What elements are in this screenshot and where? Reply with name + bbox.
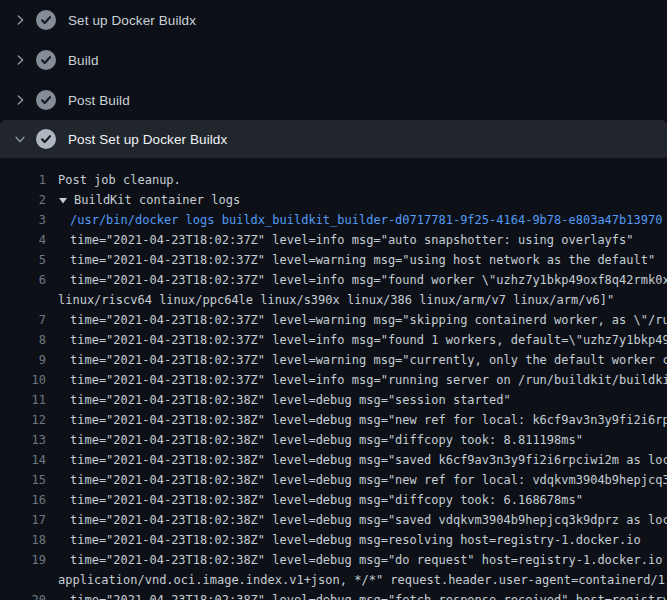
check-circle-icon xyxy=(36,10,56,30)
log-text: time="2021-04-23T18:02:37Z" level=info m… xyxy=(70,370,667,390)
log-row: 6time="2021-04-23T18:02:37Z" level=info … xyxy=(0,270,667,290)
log-row: 13time="2021-04-23T18:02:38Z" level=debu… xyxy=(0,430,667,450)
log-text: time="2021-04-23T18:02:38Z" level=debug … xyxy=(70,490,583,510)
line-number[interactable]: 19 xyxy=(0,550,46,570)
log-text: time="2021-04-23T18:02:37Z" level=warnin… xyxy=(70,350,667,370)
log-row: 18time="2021-04-23T18:02:38Z" level=debu… xyxy=(0,530,667,550)
log-text: Post job cleanup. xyxy=(58,170,181,190)
line-number[interactable]: 14 xyxy=(0,450,46,470)
step-header-build[interactable]: Build xyxy=(0,40,667,80)
step-title: Post Build xyxy=(68,93,130,108)
step-title: Set up Docker Buildx xyxy=(68,13,196,28)
log-row: 9time="2021-04-23T18:02:37Z" level=warni… xyxy=(0,350,667,370)
log-row: linux/riscv64 linux/ppc64le linux/s390x … xyxy=(0,290,667,310)
check-circle-icon xyxy=(36,50,56,70)
log-row: 8time="2021-04-23T18:02:37Z" level=info … xyxy=(0,330,667,350)
line-number[interactable]: 7 xyxy=(0,310,46,330)
log-row: application/vnd.oci.image.index.v1+json,… xyxy=(0,570,667,590)
log-text: time="2021-04-23T18:02:37Z" level=info m… xyxy=(70,330,667,350)
log-row: 4time="2021-04-23T18:02:37Z" level=info … xyxy=(0,230,667,250)
log-text: time="2021-04-23T18:02:38Z" level=debug … xyxy=(70,390,511,410)
step-title: Build xyxy=(68,53,99,68)
line-number[interactable]: 11 xyxy=(0,390,46,410)
log-row: 5time="2021-04-23T18:02:37Z" level=warni… xyxy=(0,250,667,270)
step-title: Post Set up Docker Buildx xyxy=(68,132,227,147)
log-text: time="2021-04-23T18:02:38Z" level=debug … xyxy=(70,590,667,600)
log-row: 19time="2021-04-23T18:02:38Z" level=debu… xyxy=(0,550,667,570)
line-number[interactable]: 4 xyxy=(0,230,46,250)
step-header-post-set-up-docker-buildx[interactable]: Post Set up Docker Buildx xyxy=(0,120,667,158)
workflow-steps-list: Set up Docker BuildxBuildPost BuildPost … xyxy=(0,0,667,600)
log-text: time="2021-04-23T18:02:37Z" level=warnin… xyxy=(70,310,667,330)
log-group-row[interactable]: 2BuildKit container logs xyxy=(0,190,667,210)
log-text: BuildKit container logs xyxy=(58,190,240,210)
line-number xyxy=(0,570,46,590)
log-row: 17time="2021-04-23T18:02:38Z" level=debu… xyxy=(0,510,667,530)
line-number[interactable]: 16 xyxy=(0,490,46,510)
log-row: 7time="2021-04-23T18:02:37Z" level=warni… xyxy=(0,310,667,330)
chevron-right-icon[interactable] xyxy=(12,92,28,108)
log-output: 1Post job cleanup.2BuildKit container lo… xyxy=(0,158,667,600)
chevron-right-icon[interactable] xyxy=(12,52,28,68)
line-number[interactable]: 10 xyxy=(0,370,46,390)
log-text: time="2021-04-23T18:02:38Z" level=debug … xyxy=(70,510,667,530)
line-number[interactable]: 2 xyxy=(0,190,46,210)
triangle-down-icon xyxy=(58,195,68,205)
check-circle-icon xyxy=(36,129,56,149)
line-number[interactable]: 12 xyxy=(0,410,46,430)
chevron-right-icon[interactable] xyxy=(12,12,28,28)
log-row: 15time="2021-04-23T18:02:38Z" level=debu… xyxy=(0,470,667,490)
step-header-post-build[interactable]: Post Build xyxy=(0,80,667,120)
log-text: time="2021-04-23T18:02:38Z" level=debug … xyxy=(70,530,641,550)
log-text: time="2021-04-23T18:02:38Z" level=debug … xyxy=(70,450,667,470)
log-text: time="2021-04-23T18:02:38Z" level=debug … xyxy=(70,410,667,430)
log-row: 16time="2021-04-23T18:02:38Z" level=debu… xyxy=(0,490,667,510)
line-number xyxy=(0,290,46,310)
line-number[interactable]: 15 xyxy=(0,470,46,490)
log-row: 11time="2021-04-23T18:02:38Z" level=debu… xyxy=(0,390,667,410)
check-circle-icon xyxy=(36,90,56,110)
line-number[interactable]: 17 xyxy=(0,510,46,530)
line-number[interactable]: 9 xyxy=(0,350,46,370)
line-number[interactable]: 18 xyxy=(0,530,46,550)
log-row: 20time="2021-04-23T18:02:38Z" level=debu… xyxy=(0,590,667,600)
log-command-text: /usr/bin/docker logs buildx_buildkit_bui… xyxy=(70,210,662,230)
step-header-set-up-docker-buildx[interactable]: Set up Docker Buildx xyxy=(0,0,667,40)
log-text: application/vnd.oci.image.index.v1+json,… xyxy=(58,570,667,590)
log-row: 10time="2021-04-23T18:02:37Z" level=info… xyxy=(0,370,667,390)
log-text: linux/riscv64 linux/ppc64le linux/s390x … xyxy=(58,290,614,310)
line-number[interactable]: 1 xyxy=(0,170,46,190)
line-number[interactable]: 5 xyxy=(0,250,46,270)
line-number[interactable]: 20 xyxy=(0,590,46,600)
line-number[interactable]: 13 xyxy=(0,430,46,450)
log-text: time="2021-04-23T18:02:38Z" level=debug … xyxy=(70,550,667,570)
log-group-label: BuildKit container logs xyxy=(74,190,240,210)
log-text: time="2021-04-23T18:02:37Z" level=warnin… xyxy=(70,250,655,270)
log-row: 12time="2021-04-23T18:02:38Z" level=debu… xyxy=(0,410,667,430)
log-row: 1Post job cleanup. xyxy=(0,170,667,190)
log-text: time="2021-04-23T18:02:37Z" level=info m… xyxy=(70,230,634,250)
line-number[interactable]: 8 xyxy=(0,330,46,350)
log-text: time="2021-04-23T18:02:38Z" level=debug … xyxy=(70,430,583,450)
line-number[interactable]: 3 xyxy=(0,210,46,230)
log-text: time="2021-04-23T18:02:38Z" level=debug … xyxy=(70,470,667,490)
log-row: 14time="2021-04-23T18:02:38Z" level=debu… xyxy=(0,450,667,470)
log-text: time="2021-04-23T18:02:37Z" level=info m… xyxy=(70,270,667,290)
line-number[interactable]: 6 xyxy=(0,270,46,290)
log-row: 3/usr/bin/docker logs buildx_buildkit_bu… xyxy=(0,210,667,230)
chevron-down-icon[interactable] xyxy=(12,131,28,147)
